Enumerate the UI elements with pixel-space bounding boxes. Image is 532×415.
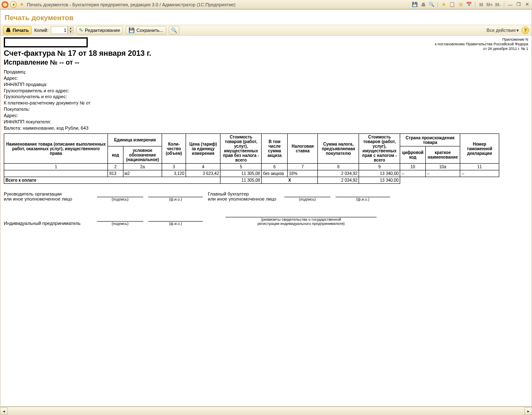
- th-unit-code: код: [108, 146, 123, 164]
- field-consignee: Грузополучатель и его адрес:: [4, 94, 528, 100]
- print-icon[interactable]: 🖶: [420, 1, 427, 8]
- m-button[interactable]: M: [478, 1, 485, 8]
- save-button[interactable]: 💾 Сохранить...: [126, 26, 166, 34]
- colnum-7: 7: [288, 164, 318, 170]
- table-total-row: Всего к оплате 11 305,08 Х 2 034,92 13 3…: [4, 177, 499, 184]
- copies-spinbox[interactable]: ▲ ▼: [51, 26, 73, 34]
- field-buyer: Покупатель:: [4, 106, 528, 112]
- minimize-icon[interactable]: —: [507, 1, 514, 8]
- th-sum-no-tax: Стоимость товаров (работ, услуг), имущес…: [220, 134, 262, 164]
- ip-note1: (реквизиты свидетельства о государственн…: [225, 217, 377, 222]
- field-address: Адрес:: [4, 75, 528, 81]
- th-country-name: краткое наименование: [425, 146, 460, 164]
- colnum-5: 5: [220, 164, 262, 170]
- th-unit-name: условное обозначение (национальное): [123, 146, 162, 164]
- m-plus-button[interactable]: M+: [486, 1, 493, 8]
- sign-chief: Главный бухгалтер: [208, 191, 279, 196]
- sign-chief2: или иное уполномоченное лицо: [208, 196, 279, 201]
- search-button[interactable]: 🔍: [169, 26, 179, 34]
- spin-down-icon[interactable]: ▼: [68, 30, 73, 34]
- page-title: Печать документов: [0, 10, 532, 25]
- copies-label: Копий:: [34, 28, 48, 33]
- colnum-10: 10: [400, 164, 425, 170]
- disk-icon: 💾: [128, 27, 135, 33]
- cell-code: 813: [108, 170, 123, 177]
- th-excise: В том числе сумма акциза: [262, 134, 288, 164]
- horizontal-scrollbar[interactable]: ◂ ▸: [0, 407, 532, 415]
- edit-button[interactable]: ✎ Редактирование: [76, 26, 123, 34]
- preview-icon[interactable]: 🔍: [428, 1, 435, 8]
- magnifier-icon: 🔍: [171, 27, 177, 33]
- th-rate: Налоговая ставка: [288, 134, 318, 164]
- signature-block: Руководитель организации или иное уполно…: [4, 191, 528, 226]
- total-tax: 2 034,92: [318, 177, 359, 184]
- cell-qty: 3,120: [162, 170, 186, 177]
- save-icon[interactable]: 💾: [411, 1, 418, 8]
- chevron-down-icon: ▾: [516, 28, 519, 33]
- colnum-2: 2: [108, 164, 123, 170]
- th-sum-with-tax: Стоимость товаров (работ, услуг), имущес…: [359, 134, 400, 164]
- all-actions-button[interactable]: Все действия ▾: [487, 28, 519, 33]
- th-name: Наименование товара (описание выполненны…: [4, 134, 108, 164]
- sign-head2: или иное уполномоченное лицо: [4, 196, 92, 201]
- cap-signature3: (подпись): [97, 222, 143, 226]
- all-actions-label: Все действия: [487, 28, 516, 33]
- maximize-icon[interactable]: ❐: [515, 1, 522, 8]
- window-title: Печать документов - Бухгалтерия предприя…: [27, 2, 236, 7]
- th-country-code: цифровой код: [400, 146, 425, 164]
- cell-price: 3 623,42: [186, 170, 220, 177]
- sign-head: Руководитель организации: [4, 191, 92, 196]
- cell-tax: 2 034,92: [318, 170, 359, 177]
- colnum-1: 1: [4, 164, 108, 170]
- annex-line1: Приложение N: [435, 37, 528, 42]
- document-area[interactable]: Приложение N к постановлению Правительст…: [0, 36, 532, 406]
- field-address2: Адрес:: [4, 112, 528, 119]
- scroll-right-icon[interactable]: ▸: [524, 407, 532, 415]
- favorite-icon[interactable]: ★: [18, 1, 25, 8]
- fav-add-icon[interactable]: ★: [440, 1, 447, 8]
- cell-unit: м2: [123, 170, 162, 177]
- content-pane: Печать документов 🖶 Печать Копий: ▲ ▼ ✎ …: [0, 9, 532, 407]
- field-inn-buyer: ИНН/КПП покупателя:: [4, 119, 528, 125]
- spin-up-icon[interactable]: ▲: [68, 26, 73, 30]
- annex-line2: к постановлению Правительства Российской…: [435, 42, 528, 47]
- cell-decl: --: [460, 170, 499, 177]
- field-consignor: Грузоотправитель и его адрес:: [4, 88, 528, 94]
- help-icon[interactable]: ?: [522, 26, 529, 34]
- dropdown-icon[interactable]: ▾: [10, 1, 17, 8]
- th-country: Страна происхождения товара: [400, 134, 460, 146]
- calc-icon[interactable]: ⊞: [457, 1, 464, 8]
- copies-input[interactable]: [51, 26, 68, 34]
- scrollbar-track[interactable]: [8, 407, 524, 415]
- m-minus-button[interactable]: M-: [495, 1, 501, 8]
- table-row: 813 м2 3,120 3 623,42 11 305,08 без акци…: [4, 170, 499, 177]
- colnum-6: 6: [262, 164, 288, 170]
- total-label: Всего к оплате: [4, 177, 220, 184]
- field-payment-doc: К платежно-расчетному документу № от: [4, 100, 528, 106]
- printer-icon: 🖶: [6, 27, 11, 33]
- toolbar: 🖶 Печать Копий: ▲ ▼ ✎ Редактирование 💾 С…: [0, 25, 532, 36]
- separator: [475, 2, 475, 8]
- app-logo-icon: 1c: [2, 1, 8, 8]
- print-button[interactable]: 🖶 Печать: [3, 26, 31, 34]
- scroll-left-icon[interactable]: ◂: [0, 407, 8, 415]
- cell-country-code: --: [400, 170, 425, 177]
- copy-icon[interactable]: 📋: [449, 1, 456, 8]
- close-icon[interactable]: ✕: [524, 1, 530, 8]
- colnum-2a: 2а: [123, 164, 162, 170]
- ip-note2: регистрации индивидуального предпринимат…: [225, 222, 377, 226]
- th-qty: Коли-чество (объем): [162, 134, 186, 164]
- separator: [438, 2, 438, 8]
- total-cross: Х: [262, 177, 318, 184]
- cap-signature2: (подпись): [284, 197, 330, 201]
- separator: [504, 2, 504, 8]
- field-inn-seller: ИНН/КПП продавца:: [4, 81, 528, 88]
- cell-sum-no-tax: 11 305,08: [220, 170, 262, 177]
- total-sum-with-tax: 13 340,00: [359, 177, 400, 184]
- th-tax: Сумма налога, предъявляемая покупателю: [318, 134, 359, 164]
- calendar-icon[interactable]: 📅: [466, 1, 472, 8]
- colnum-10a: 10а: [425, 164, 460, 170]
- cap-fio2: (ф.и.о.): [335, 197, 390, 201]
- selection-box[interactable]: [4, 37, 88, 47]
- annex-block: Приложение N к постановлению Правительст…: [435, 37, 528, 51]
